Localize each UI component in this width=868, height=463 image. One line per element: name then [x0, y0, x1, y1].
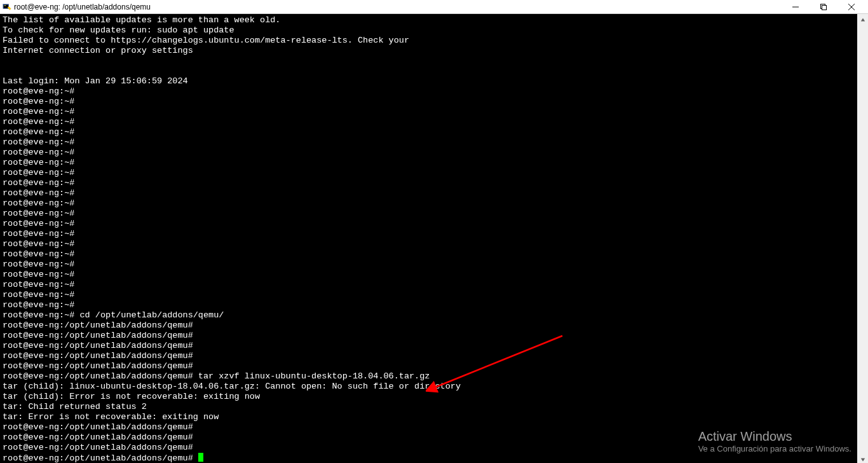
terminal-line: root@eve-ng:/opt/unetlab/addons/qemu# — [3, 351, 193, 361]
terminal-line: root@eve-ng:/opt/unetlab/addons/qemu# — [3, 331, 193, 340]
terminal-line: root@eve-ng:~# — [3, 209, 74, 218]
terminal-line: root@eve-ng:/opt/unetlab/addons/qemu# — [3, 341, 193, 350]
scrollbar[interactable] — [857, 14, 868, 463]
terminal-line: root@eve-ng:~# — [3, 117, 74, 127]
terminal-cursor — [198, 453, 203, 462]
terminal-line: tar: Error is not recoverable: exiting n… — [3, 412, 219, 422]
terminal-line: root@eve-ng:/opt/unetlab/addons/qemu# — [3, 321, 193, 330]
maximize-button[interactable] — [810, 0, 837, 14]
terminal-line: root@eve-ng:~# — [3, 300, 74, 310]
terminal-line: Internet connection or proxy settings — [3, 46, 193, 55]
scroll-track[interactable] — [857, 25, 868, 454]
terminal-line: root@eve-ng:~# — [3, 229, 74, 238]
terminal-line: root@eve-ng:~# — [3, 168, 74, 177]
terminal-line: Failed to connect to https://changelogs.… — [3, 36, 409, 45]
titlebar[interactable]: root@eve-ng: /opt/unetlab/addons/qemu — [0, 0, 868, 14]
terminal-line: root@eve-ng:/opt/unetlab/addons/qemu# — [3, 422, 193, 432]
svg-rect-2 — [4, 5, 6, 6]
terminal-line: root@eve-ng:~# — [3, 97, 74, 106]
terminal-line: root@eve-ng:/opt/unetlab/addons/qemu# — [3, 453, 198, 463]
window: root@eve-ng: /opt/unetlab/addons/qemu Th… — [0, 0, 868, 463]
terminal-line: root@eve-ng:~# — [3, 86, 74, 96]
terminal-line: root@eve-ng:~# — [3, 239, 74, 249]
putty-icon — [3, 3, 11, 11]
terminal-line: root@eve-ng:~# — [3, 107, 74, 116]
terminal-line: root@eve-ng:~# — [3, 127, 74, 137]
terminal-area: The list of available updates is more th… — [0, 14, 868, 463]
scroll-down-button[interactable] — [857, 454, 868, 463]
close-button[interactable] — [837, 0, 865, 14]
terminal-line: root@eve-ng:~# — [3, 219, 74, 228]
terminal-line: Last login: Mon Jan 29 15:06:59 2024 — [3, 76, 188, 86]
window-title: root@eve-ng: /opt/unetlab/addons/qemu — [14, 3, 151, 11]
terminal-line: root@eve-ng:/opt/unetlab/addons/qemu# — [3, 432, 193, 442]
terminal-line: tar: Child returned status 2 — [3, 402, 147, 411]
terminal-line: root@eve-ng:~# — [3, 270, 74, 279]
terminal-line: root@eve-ng:~# — [3, 280, 74, 289]
terminal-line: To check for new updates run: sudo apt u… — [3, 25, 234, 35]
terminal-line: root@eve-ng:~# — [3, 178, 74, 188]
terminal-line: root@eve-ng:/opt/unetlab/addons/qemu# — [3, 361, 193, 371]
scroll-up-button[interactable] — [857, 14, 868, 25]
terminal-line: root@eve-ng:/opt/unetlab/addons/qemu# — [3, 443, 193, 452]
terminal[interactable]: The list of available updates is more th… — [0, 14, 857, 463]
svg-rect-5 — [822, 5, 827, 10]
terminal-line: root@eve-ng:~# — [3, 148, 74, 157]
terminal-line: root@eve-ng:~# — [3, 259, 74, 269]
terminal-line: root@eve-ng:~# cd /opt/unetlab/addons/qe… — [3, 310, 224, 320]
terminal-line: The list of available updates is more th… — [3, 15, 280, 25]
terminal-line: root@eve-ng:~# — [3, 198, 74, 208]
minimize-button[interactable] — [782, 0, 810, 14]
terminal-line: root@eve-ng:~# — [3, 188, 74, 198]
terminal-line: tar (child): linux-ubuntu-desktop-18.04.… — [3, 382, 461, 391]
terminal-line: root@eve-ng:~# — [3, 249, 74, 259]
terminal-line: root@eve-ng:~# — [3, 158, 74, 167]
terminal-line: tar (child): Error is not recoverable: e… — [3, 392, 260, 401]
terminal-line: root@eve-ng:~# — [3, 137, 74, 147]
terminal-line: root@eve-ng:/opt/unetlab/addons/qemu# ta… — [3, 371, 430, 381]
terminal-line: root@eve-ng:~# — [3, 290, 74, 300]
